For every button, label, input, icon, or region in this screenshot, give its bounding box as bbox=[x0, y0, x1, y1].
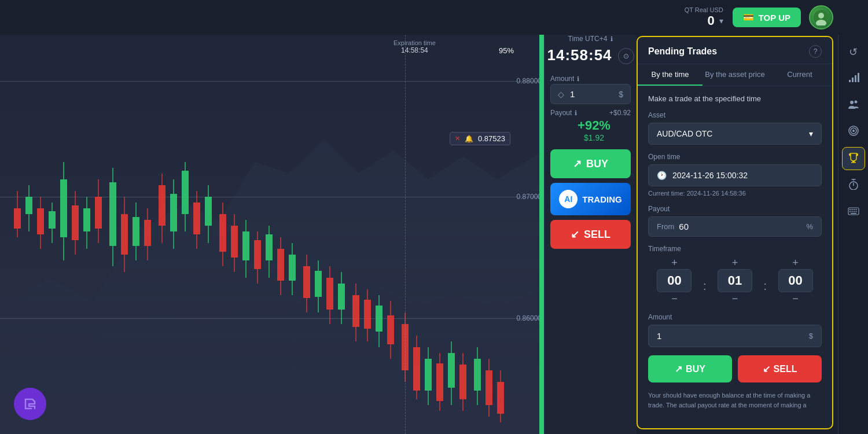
topup-label: TOP UP bbox=[759, 13, 790, 23]
target-icon bbox=[848, 125, 859, 139]
trophy-icon bbox=[848, 152, 859, 166]
svg-rect-106 bbox=[851, 213, 856, 214]
tf-minutes-down[interactable]: − bbox=[726, 292, 744, 305]
tf-hours-up[interactable]: + bbox=[665, 256, 683, 269]
time-utc-row: Time UTC+4 ℹ bbox=[562, 35, 619, 43]
amount-field-label: Amount bbox=[648, 313, 822, 321]
buy-button[interactable]: ↗ BUY bbox=[550, 149, 631, 178]
payout-pct-label: % bbox=[806, 222, 813, 231]
panel-sell-button[interactable]: ↙ SELL bbox=[738, 355, 822, 382]
svg-rect-100 bbox=[854, 209, 855, 210]
tab-current[interactable]: Current bbox=[767, 64, 832, 86]
tab-by-asset[interactable]: By the asset price bbox=[703, 64, 767, 86]
asset-value: AUD/CAD OTC bbox=[657, 129, 712, 138]
svg-rect-18 bbox=[95, 197, 102, 229]
svg-rect-34 bbox=[193, 203, 200, 234]
cancel-icon[interactable]: ✕ bbox=[455, 135, 460, 142]
svg-rect-10 bbox=[49, 211, 56, 229]
svg-rect-56 bbox=[326, 278, 333, 310]
svg-rect-62 bbox=[364, 300, 371, 329]
timeframe-section: Timeframe + 00 − : + 01 − : + 00 − bbox=[648, 245, 822, 305]
sidebar-keyboard-btn[interactable] bbox=[842, 200, 865, 223]
svg-rect-48 bbox=[277, 249, 284, 281]
tf-sep2: : bbox=[761, 269, 769, 293]
open-time-row[interactable]: 🕐 2024-11-26 15:00:32 bbox=[648, 164, 822, 186]
svg-rect-20 bbox=[109, 182, 116, 246]
panel-buy-button[interactable]: ↗ BUY bbox=[648, 355, 732, 382]
tf-seconds-up[interactable]: + bbox=[786, 256, 804, 269]
ai-trading-button[interactable]: AI TRADING bbox=[550, 183, 631, 215]
svg-rect-58 bbox=[338, 284, 345, 310]
open-time-label: Open time bbox=[648, 153, 822, 161]
svg-rect-52 bbox=[303, 266, 310, 298]
payout-from-label: From bbox=[657, 222, 674, 231]
tf-hours-down[interactable]: − bbox=[665, 292, 683, 305]
app-logo[interactable] bbox=[14, 388, 46, 420]
info-icon: ℹ bbox=[610, 35, 613, 43]
payout-pct: +92% bbox=[571, 118, 610, 133]
payout-plus: +$0.92 bbox=[609, 109, 631, 117]
topup-icon: 💳 bbox=[743, 12, 754, 23]
svg-rect-8 bbox=[37, 208, 44, 234]
svg-rect-14 bbox=[72, 205, 79, 240]
topup-button[interactable]: 💳 TOP UP bbox=[733, 8, 801, 27]
payout-value-input[interactable] bbox=[679, 222, 801, 231]
tf-seconds-col: + 00 − bbox=[769, 256, 822, 305]
open-time-value: 2024-11-26 15:00:32 bbox=[672, 171, 748, 180]
tf-seconds-down[interactable]: − bbox=[786, 292, 804, 305]
sidebar-signal-btn[interactable] bbox=[842, 67, 865, 90]
svg-rect-95 bbox=[851, 162, 856, 163]
svg-rect-66 bbox=[387, 315, 394, 344]
tab-by-time[interactable]: By the time bbox=[638, 64, 703, 86]
svg-rect-16 bbox=[83, 208, 90, 231]
timeframe-label: Timeframe bbox=[648, 245, 822, 253]
svg-rect-38 bbox=[219, 214, 226, 252]
bell-icon[interactable]: 🔔 bbox=[465, 135, 473, 143]
ai-trading-label: TRADING bbox=[582, 194, 621, 204]
asset-select[interactable]: AUD/CAD OTC ▾ bbox=[648, 123, 822, 145]
vertical-line bbox=[405, 0, 406, 434]
amount-field-row[interactable]: 1 $ bbox=[648, 325, 822, 347]
svg-rect-86 bbox=[852, 78, 854, 82]
candle-chart bbox=[0, 0, 544, 434]
svg-rect-74 bbox=[436, 363, 443, 401]
tf-minutes-col: + 01 − bbox=[709, 256, 762, 305]
svg-rect-42 bbox=[242, 231, 249, 260]
tf-minutes-value: 01 bbox=[718, 269, 752, 292]
balance-dropdown[interactable]: ▾ bbox=[719, 16, 723, 25]
svg-rect-99 bbox=[851, 209, 852, 210]
chart-area: 0.88000 0.87000 0.86000 Expiration time … bbox=[0, 0, 544, 434]
sell-button[interactable]: ↙ SELL bbox=[550, 220, 631, 249]
pending-help-btn[interactable]: ? bbox=[809, 45, 822, 58]
svg-rect-98 bbox=[849, 209, 851, 210]
svg-rect-4 bbox=[14, 208, 21, 229]
payout-row: Payout ℹ +$0.92 bbox=[545, 106, 637, 118]
sidebar-history-btn[interactable]: ↺ bbox=[842, 41, 865, 64]
svg-rect-6 bbox=[25, 197, 32, 214]
svg-rect-103 bbox=[851, 211, 852, 212]
svg-rect-30 bbox=[170, 194, 177, 231]
time-copy-btn[interactable]: ⊙ bbox=[618, 48, 634, 64]
panel-buy-label: BUY bbox=[686, 364, 705, 374]
svg-rect-84 bbox=[497, 382, 504, 414]
ai-logo-text: AI bbox=[564, 194, 572, 204]
tf-minutes-up[interactable]: + bbox=[726, 256, 744, 269]
svg-rect-72 bbox=[425, 359, 432, 391]
timer-icon bbox=[848, 178, 859, 193]
svg-rect-94 bbox=[852, 161, 855, 162]
svg-rect-50 bbox=[289, 255, 296, 281]
svg-rect-26 bbox=[144, 220, 151, 246]
svg-point-89 bbox=[850, 101, 854, 104]
panel-sell-label: SELL bbox=[774, 364, 797, 374]
tf-seconds-value: 00 bbox=[778, 269, 813, 292]
svg-rect-80 bbox=[474, 359, 481, 391]
sidebar-users-btn[interactable] bbox=[842, 94, 865, 117]
trading-panel: Time UTC+4 ℹ 14:58:54 ⊙ Amount ℹ ◇ 1 $ P… bbox=[544, 0, 637, 434]
amount-input[interactable]: ◇ 1 $ bbox=[550, 84, 631, 104]
avatar[interactable] bbox=[809, 5, 833, 30]
sidebar-target-btn[interactable] bbox=[842, 120, 865, 144]
payout-info-icon: ℹ bbox=[575, 109, 577, 117]
sidebar-trophy-btn[interactable] bbox=[842, 147, 865, 170]
pending-subtitle: Make a trade at the specified time bbox=[648, 94, 822, 103]
sidebar-timer-btn[interactable] bbox=[842, 174, 865, 197]
